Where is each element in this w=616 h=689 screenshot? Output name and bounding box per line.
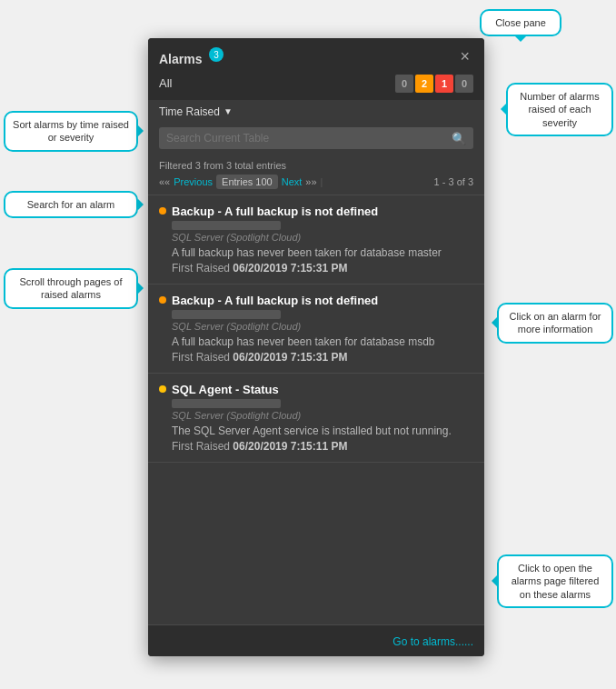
click-alarm-callout: Click on an alarm for more information: [497, 303, 613, 344]
panel-header: Alarms 3 × All 0 2 1 0: [148, 38, 484, 100]
next-button[interactable]: Next: [282, 176, 303, 187]
click-open-callout: Click to open the alarms page filtered o…: [497, 554, 613, 608]
alarm-severity-dot: [159, 296, 166, 304]
severity-badges: 0 2 1 0: [395, 75, 473, 93]
filtered-text: Filtered 3 from 3 total entries: [159, 160, 473, 171]
alarm-source: SQL Server (Spotlight Cloud): [172, 321, 473, 332]
search-wrapper: 🔍: [159, 127, 473, 149]
search-input[interactable]: [159, 127, 473, 149]
alarm-title: SQL Agent - Status: [172, 383, 279, 396]
page-info: 1 - 3 of 3: [434, 176, 473, 187]
alarm-severity-dot: [159, 207, 166, 215]
alarm-server-redacted: [172, 310, 281, 319]
previous-button[interactable]: Previous: [174, 176, 213, 187]
alarm-server-redacted: [172, 221, 281, 230]
alarm-description: The SQL Server Agent service is installe…: [172, 424, 473, 437]
last-page-button[interactable]: »»: [305, 176, 316, 187]
sort-row[interactable]: Time Raised ▼: [148, 100, 484, 124]
alarms-panel: Alarms 3 × All 0 2 1 0 Time Raised ▼ 🔍 F…: [148, 38, 484, 656]
severity-badge-warning[interactable]: 2: [415, 75, 433, 93]
alarm-server-redacted: [172, 399, 281, 408]
alarm-time: First Raised 06/20/2019 7:15:31 PM: [172, 262, 473, 275]
alarm-severity-dot: [159, 385, 166, 393]
pagination-row: «« Previous Entries 100 Next »» | 1 - 3 …: [159, 175, 473, 189]
sort-label: Time Raised: [159, 105, 220, 118]
go-to-alarms-link[interactable]: Go to alarms......: [392, 635, 473, 648]
alarm-count-badge: 3: [209, 47, 224, 62]
search-icon: 🔍: [452, 131, 466, 145]
severity-badge-high[interactable]: 1: [435, 75, 453, 93]
panel-title: Alarms: [159, 52, 202, 66]
severity-badge-low[interactable]: 0: [395, 75, 413, 93]
panel-footer: Go to alarms......: [148, 624, 484, 656]
alarms-list: Backup - A full backup is not defined SQ…: [148, 195, 484, 636]
alarm-description: A full backup has never been taken for d…: [172, 335, 473, 348]
search-alarm-callout: Search for an alarm: [4, 191, 138, 218]
first-page-button[interactable]: ««: [159, 176, 170, 187]
alarm-time: First Raised 06/20/2019 7:15:31 PM: [172, 351, 473, 364]
panel-title-area: Alarms 3: [159, 47, 224, 67]
filter-label: All: [159, 76, 172, 90]
severity-badge-critical[interactable]: 0: [455, 75, 473, 93]
alarm-time-value: 06/20/2019 7:15:31 PM: [233, 351, 347, 364]
alarm-source: SQL Server (Spotlight Cloud): [172, 410, 473, 421]
alarm-source: SQL Server (Spotlight Cloud): [172, 232, 473, 243]
alarm-title: Backup - A full backup is not defined: [172, 294, 378, 307]
close-button[interactable]: ×: [456, 47, 473, 66]
alarm-time-value: 06/20/2019 7:15:31 PM: [233, 262, 347, 275]
alarm-item[interactable]: Backup - A full backup is not defined SQ…: [148, 285, 484, 374]
alarm-item[interactable]: Backup - A full backup is not defined SQ…: [148, 195, 484, 285]
scroll-pages-callout: Scroll through pages of raised alarms: [4, 268, 138, 309]
filter-row: All 0 2 1 0: [159, 75, 473, 100]
pagination-controls: «« Previous Entries 100 Next »» |: [159, 175, 323, 189]
alarm-time-value: 06/20/2019 7:15:11 PM: [233, 440, 347, 453]
alarm-time: First Raised 06/20/2019 7:15:11 PM: [172, 440, 473, 453]
sort-alarms-callout: Sort alarms by time raised or severity: [4, 111, 138, 152]
number-severity-callout: Number of alarms raised of each severity: [506, 83, 613, 136]
alarm-title: Backup - A full backup is not defined: [172, 205, 378, 218]
alarm-item[interactable]: SQL Agent - Status SQL Server (Spotlight…: [148, 374, 484, 463]
sort-arrow-icon: ▼: [224, 106, 233, 116]
search-container: 🔍: [148, 124, 484, 156]
alarm-description: A full backup has never been taken for d…: [172, 246, 473, 259]
entries-dropdown[interactable]: Entries 100: [216, 175, 278, 189]
pagination-area: Filtered 3 from 3 total entries «« Previ…: [148, 156, 484, 195]
close-pane-callout: Close pane: [480, 9, 561, 36]
